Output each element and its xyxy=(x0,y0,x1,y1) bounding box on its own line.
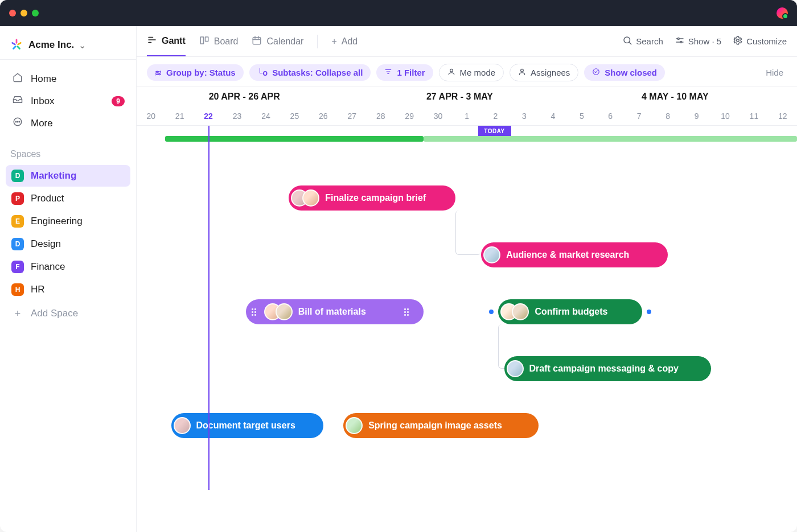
close-window-icon[interactable] xyxy=(9,10,16,17)
space-color-icon: H xyxy=(11,283,24,296)
space-color-icon: E xyxy=(11,215,24,228)
space-color-icon: D xyxy=(11,170,24,182)
current-user-avatar[interactable] xyxy=(777,7,788,19)
tab-add-view[interactable]: + Add xyxy=(331,26,358,56)
gantt-body[interactable]: TODAY Finalize campaign brief Audience &… xyxy=(137,126,797,490)
maximize-window-icon[interactable] xyxy=(32,10,39,17)
gantt-chart[interactable]: 20 APR - 26 APR27 APR - 3 MAY4 MAY - 10 … xyxy=(137,86,797,532)
search-button[interactable]: Search xyxy=(622,35,663,47)
day-cell[interactable]: 1 xyxy=(453,106,481,125)
hide-filters-button[interactable]: Hide xyxy=(762,68,787,77)
day-cell[interactable]: 7 xyxy=(625,106,653,125)
day-cell[interactable]: 27 xyxy=(338,106,366,125)
customize-button[interactable]: Customize xyxy=(733,35,787,47)
svg-point-8 xyxy=(19,121,20,122)
day-cell[interactable]: 6 xyxy=(596,106,625,125)
day-cell[interactable]: 10 xyxy=(711,106,740,125)
sidebar-space-finance[interactable]: FFinance xyxy=(6,256,130,278)
show-closed-label: Show closed xyxy=(605,68,657,77)
subtree-icon: └o xyxy=(257,68,268,77)
task-label: Bill of materials xyxy=(298,307,366,317)
day-cell[interactable]: 29 xyxy=(395,106,424,125)
inbox-icon xyxy=(11,94,24,108)
drag-handle-icon[interactable] xyxy=(404,308,411,316)
space-color-icon: D xyxy=(11,238,24,250)
filters-bar: ≋ Group by: Status └o Subtasks: Collapse… xyxy=(137,57,797,86)
add-space-button[interactable]: + Add Space xyxy=(6,303,130,324)
day-cell[interactable]: 8 xyxy=(654,106,682,125)
person-icon xyxy=(518,68,526,77)
avatar xyxy=(174,417,191,434)
tab-calendar[interactable]: Calendar xyxy=(252,26,303,56)
space-label: Finance xyxy=(31,261,65,273)
svg-line-1 xyxy=(18,43,21,44)
window-titlebar xyxy=(0,0,797,26)
assignees-chip[interactable]: Assignees xyxy=(510,64,578,81)
svg-point-30 xyxy=(593,69,599,75)
sidebar-space-design[interactable]: DDesign xyxy=(6,233,130,255)
task-finalize-campaign-brief[interactable]: Finalize campaign brief xyxy=(289,185,455,211)
nav-home[interactable]: Home xyxy=(6,68,130,90)
day-cell[interactable]: 12 xyxy=(769,106,797,125)
resize-handle-icon[interactable] xyxy=(489,310,494,314)
tab-gantt-label: Gantt xyxy=(162,36,186,46)
svg-line-2 xyxy=(13,43,15,44)
sidebar-space-marketing[interactable]: DMarketing xyxy=(6,165,130,187)
task-audience-market-research[interactable]: Audience & market research xyxy=(481,242,668,267)
day-cell[interactable]: 26 xyxy=(309,106,338,125)
sidebar-space-engineering[interactable]: EEngineering xyxy=(6,211,130,232)
resize-handle-icon[interactable] xyxy=(647,310,651,314)
sidebar-space-hr[interactable]: HHR xyxy=(6,279,130,300)
day-cell[interactable]: 25 xyxy=(280,106,309,125)
me-mode-chip[interactable]: Me mode xyxy=(439,64,504,81)
show-label: Show · 5 xyxy=(688,36,721,46)
nav-more[interactable]: More xyxy=(6,112,130,134)
drag-handle-icon[interactable] xyxy=(252,308,258,316)
task-confirm-budgets[interactable]: Confirm budgets xyxy=(498,299,642,324)
minimize-window-icon[interactable] xyxy=(20,10,27,17)
day-cell[interactable]: 11 xyxy=(740,106,768,125)
day-cell[interactable]: 20 xyxy=(137,106,165,125)
sidebar-space-product[interactable]: PProduct xyxy=(6,188,130,209)
avatar xyxy=(276,303,293,320)
task-label: Draft campaign messaging & copy xyxy=(529,364,679,374)
nav-inbox[interactable]: Inbox 9 xyxy=(6,90,130,112)
filter-icon xyxy=(384,68,392,77)
task-document-target-users[interactable]: Document target users xyxy=(171,413,323,438)
show-button[interactable]: Show · 5 xyxy=(675,35,721,47)
day-cell[interactable]: 3 xyxy=(510,106,539,125)
filter-chip[interactable]: 1 Filter xyxy=(376,64,433,81)
svg-line-19 xyxy=(629,42,631,44)
view-tabs: Gantt Board Calendar + Add xyxy=(137,26,797,57)
search-icon xyxy=(622,35,632,47)
day-cell[interactable]: 23 xyxy=(223,106,251,125)
task-bill-of-materials[interactable]: Bill of materials xyxy=(246,299,424,324)
space-color-icon: F xyxy=(11,261,24,273)
task-draft-campaign-messaging[interactable]: Draft campaign messaging & copy xyxy=(504,356,711,381)
day-cell[interactable]: 5 xyxy=(568,106,596,125)
workspace-switcher[interactable]: Acme Inc. ⌄ xyxy=(0,33,136,60)
day-cell[interactable]: 9 xyxy=(682,106,710,125)
tab-gantt[interactable]: Gantt xyxy=(147,26,186,56)
tab-add-label: Add xyxy=(342,36,358,47)
calendar-icon xyxy=(252,35,262,48)
day-cell[interactable]: 21 xyxy=(165,106,194,125)
tab-board[interactable]: Board xyxy=(199,26,239,56)
svg-rect-12 xyxy=(200,37,203,44)
task-spring-campaign-image-assets[interactable]: Spring campaign image assets xyxy=(343,413,539,438)
show-closed-chip[interactable]: Show closed xyxy=(584,64,665,81)
space-label: HR xyxy=(31,284,45,295)
day-cell[interactable]: 22 xyxy=(194,106,223,125)
nav-inbox-label: Inbox xyxy=(31,96,55,107)
day-cell[interactable]: 24 xyxy=(252,106,280,125)
day-cell[interactable]: 30 xyxy=(424,106,452,125)
filter-label: 1 Filter xyxy=(397,68,425,77)
day-cell[interactable]: 28 xyxy=(367,106,395,125)
day-cell[interactable]: 2 xyxy=(481,106,510,125)
day-cell[interactable]: 4 xyxy=(539,106,567,125)
group-by-chip[interactable]: ≋ Group by: Status xyxy=(147,64,244,81)
tab-calendar-label: Calendar xyxy=(266,36,303,47)
subtasks-chip[interactable]: └o Subtasks: Collapse all xyxy=(249,64,371,81)
task-label: Spring campaign image assets xyxy=(368,420,502,431)
space-label: Product xyxy=(31,193,64,204)
